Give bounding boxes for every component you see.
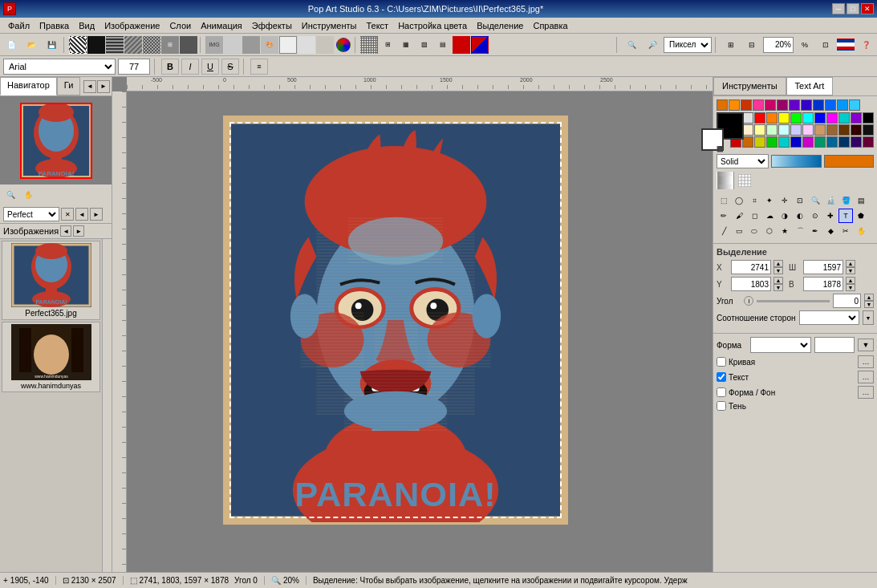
tool-brush[interactable]: 🖌: [732, 209, 746, 223]
text-checkbox-label[interactable]: Текст: [717, 372, 749, 382]
swap-colors-btn[interactable]: ⇆: [721, 112, 725, 119]
shadow-checkbox-label[interactable]: Тень: [717, 401, 746, 411]
shadow-checkbox[interactable]: [717, 401, 726, 411]
p-silver[interactable]: [742, 112, 753, 124]
menu-tools[interactable]: Инструменты: [297, 19, 362, 32]
tb-col1[interactable]: [453, 36, 470, 54]
menu-color[interactable]: Настройка цвета: [393, 19, 472, 32]
tool-move[interactable]: ✛: [778, 193, 792, 208]
tool-smudge[interactable]: ☁: [762, 209, 777, 223]
tb-img7[interactable]: [316, 36, 334, 54]
swatch-violet1[interactable]: [789, 99, 800, 111]
tool-anchor[interactable]: ◆: [823, 224, 838, 238]
tb-new[interactable]: 📄: [2, 35, 21, 55]
swatch-orange1[interactable]: [717, 99, 728, 111]
shapebg-checkbox-label[interactable]: Форма / Фон: [717, 387, 775, 397]
canvas-area[interactable]: -500 0 500 1000 1500 2000 2500: [112, 77, 713, 572]
p2-2[interactable]: [742, 124, 753, 136]
maximize-button[interactable]: □: [847, 3, 859, 14]
tb-grid3[interactable]: ▦: [397, 36, 415, 54]
tb-grid1[interactable]: [360, 36, 378, 54]
p2-4[interactable]: [766, 124, 778, 136]
tb-zoom-fit[interactable]: ⊡: [816, 35, 835, 55]
p-green[interactable]: [790, 112, 802, 124]
p3-5[interactable]: [778, 136, 790, 148]
tool-eraser[interactable]: ◻: [747, 209, 761, 223]
orange-bar[interactable]: [824, 155, 875, 168]
underline-button[interactable]: U: [201, 59, 219, 75]
p-yellow[interactable]: [778, 112, 790, 124]
tb-pattern5[interactable]: [143, 36, 160, 54]
menu-help[interactable]: Справка: [528, 19, 572, 32]
tb-pattern7[interactable]: [180, 36, 197, 54]
p2-3[interactable]: [754, 124, 765, 136]
angle-input[interactable]: [833, 294, 861, 308]
tool-zoom[interactable]: 🔍: [808, 193, 822, 208]
tb-grid5[interactable]: ▤: [434, 36, 452, 54]
swatch-red1[interactable]: [741, 99, 752, 111]
pattern-icon-btn[interactable]: [736, 172, 753, 189]
h-down-btn[interactable]: ▼: [846, 284, 855, 291]
bold-button[interactable]: B: [161, 59, 179, 75]
p3-11[interactable]: [851, 136, 862, 148]
h-value-input[interactable]: [803, 277, 843, 291]
zoom-hand-btn[interactable]: ✋: [21, 188, 35, 202]
x-down-btn[interactable]: ▼: [773, 267, 783, 274]
swatch-purple1[interactable]: [777, 99, 788, 111]
p-purple[interactable]: [851, 112, 862, 124]
y-value-input[interactable]: [731, 277, 771, 291]
w-down-btn[interactable]: ▼: [846, 267, 855, 274]
tool-pencil[interactable]: ✏: [717, 209, 731, 223]
italic-button[interactable]: I: [181, 59, 199, 75]
p2-5[interactable]: [778, 124, 790, 136]
tool-polygon[interactable]: ⬡: [762, 224, 777, 238]
p-red[interactable]: [754, 112, 765, 124]
tb-guide[interactable]: ⊟: [742, 35, 761, 55]
tool-heal[interactable]: ✚: [823, 209, 838, 223]
tool-dodge[interactable]: ◑: [778, 209, 792, 223]
tool-pen[interactable]: ✒: [808, 224, 822, 238]
menu-effects[interactable]: Эффекты: [247, 19, 297, 32]
tool-select-rect[interactable]: ⬚: [717, 193, 731, 208]
tb-img1[interactable]: IMG: [205, 36, 223, 54]
tb-pattern4[interactable]: [124, 36, 142, 54]
tool-crop[interactable]: ⊡: [793, 193, 807, 208]
minimize-button[interactable]: ─: [832, 3, 845, 14]
p3-2[interactable]: [742, 136, 753, 148]
tb-flags[interactable]: [837, 39, 855, 51]
p3-9[interactable]: [826, 136, 838, 148]
artwork-frame[interactable]: PARANOIA!: [223, 116, 568, 525]
tool-select-lasso[interactable]: ⌗: [747, 193, 761, 208]
text-checkbox[interactable]: [717, 372, 726, 382]
layer-item-woman[interactable]: www.hanimdunyas www.hanimdunyas: [2, 322, 100, 392]
tb-help[interactable]: ❓: [856, 35, 875, 55]
p-orange[interactable]: [766, 112, 778, 124]
shape-select[interactable]: [750, 337, 811, 353]
tool-hand[interactable]: ✋: [854, 224, 868, 238]
gradient-icon-btn[interactable]: [717, 172, 734, 189]
p3-7[interactable]: [802, 136, 814, 148]
p2-6[interactable]: [790, 124, 802, 136]
p-blue[interactable]: [814, 112, 826, 124]
menu-edit[interactable]: Правка: [35, 19, 74, 32]
y-down-btn[interactable]: ▼: [773, 284, 783, 291]
tab-navigator[interactable]: Навигатор: [0, 77, 57, 95]
x-value-input[interactable]: [731, 260, 771, 274]
gradient-bar[interactable]: [771, 155, 822, 168]
p2-12[interactable]: [863, 124, 874, 136]
tool-clone[interactable]: ⊙: [808, 209, 822, 223]
close-button[interactable]: ✕: [861, 3, 874, 14]
layer-prev-btn[interactable]: ◄: [75, 208, 88, 221]
tb-zoom-in[interactable]: 🔎: [643, 35, 662, 55]
p3-8[interactable]: [814, 136, 826, 148]
p3-4[interactable]: [766, 136, 778, 148]
layer-next-btn[interactable]: ►: [90, 208, 103, 221]
tool-paintbucket[interactable]: 🪣: [838, 193, 853, 208]
tool-gradient[interactable]: ▤: [854, 193, 868, 208]
menu-text[interactable]: Текст: [361, 19, 393, 32]
angle-down-btn[interactable]: ▼: [864, 301, 874, 308]
view-mode-select[interactable]: Пиксель: [664, 37, 712, 53]
tool-ellipse[interactable]: ⬭: [747, 224, 761, 238]
p2-9[interactable]: [826, 124, 838, 136]
tb-img2[interactable]: [224, 36, 242, 54]
